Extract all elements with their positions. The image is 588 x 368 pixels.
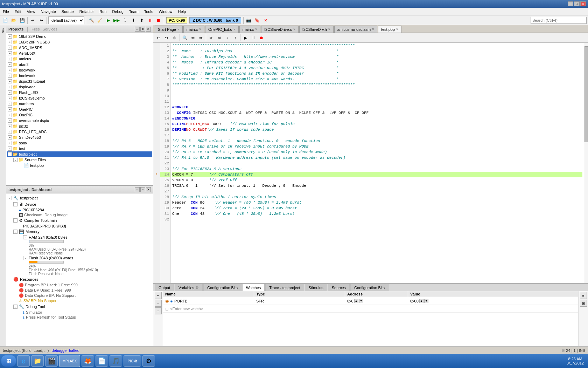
maximize-button[interactable]: □: [574, 1, 580, 6]
editor-tab-close[interactable]: ×: [199, 27, 201, 31]
expand-icon[interactable]: +: [8, 34, 12, 39]
code-line[interactable]: '// Setup IR bit widths / carrier cycle …: [172, 194, 582, 200]
flash-expand[interactable]: -: [23, 256, 27, 260]
code-line[interactable]: #CONFIG: [172, 104, 582, 110]
editor-tb-1[interactable]: ↩: [155, 34, 162, 42]
project-item[interactable]: +📁dspic-adc: [7, 84, 152, 90]
clean-button[interactable]: 🧹: [96, 16, 104, 24]
editor-tb-9[interactable]: ↓: [223, 34, 231, 42]
projects-minimize[interactable]: ─: [135, 27, 140, 32]
project-item[interactable]: +📁numbers: [7, 101, 152, 107]
files-tab[interactable]: Files: [31, 27, 40, 31]
code-line[interactable]: '* modified : Same PIC functions as IR e…: [172, 71, 582, 76]
dashboard-minimize[interactable]: ─: [135, 187, 140, 192]
code-line[interactable]: '***************************************…: [172, 43, 582, 48]
project-item[interactable]: +📁pic32: [7, 123, 152, 129]
project-item[interactable]: +📁I2CSlaveDemo: [7, 95, 152, 101]
expand-icon[interactable]: +: [8, 102, 12, 106]
code-line[interactable]: [172, 217, 582, 222]
code-line[interactable]: '***************************************…: [172, 82, 582, 88]
watches-right-btn2[interactable]: ⊞: [580, 300, 587, 307]
code-line[interactable]: [172, 161, 582, 166]
step-into-button[interactable]: ⬇: [130, 16, 137, 24]
code-line[interactable]: Zero CON 24 '// Zero = (24 * 25uS) = 0.6…: [172, 205, 582, 211]
variables-settings-icon[interactable]: ⚙: [196, 286, 199, 289]
code-line[interactable]: '* : For PIC16F62x & A version using 4MH…: [172, 65, 582, 71]
menu-file[interactable]: File: [0, 8, 12, 15]
editor-tab[interactable]: amicus-no-osc.asm×: [334, 26, 377, 33]
editor-tab[interactable]: test.pbp×: [378, 26, 401, 33]
taskbar-item-media2[interactable]: 🎵: [110, 355, 122, 367]
dashboard-close[interactable]: ✕: [146, 187, 151, 192]
code-line[interactable]: __CONFIG _INTOSC_OSC_NOCLKOUT & _WDT_OFF…: [172, 110, 582, 116]
taskbar-item-pickit[interactable]: PICkit: [124, 355, 141, 367]
editor-tab[interactable]: Start Page×: [155, 26, 183, 33]
expand-icon[interactable]: +: [8, 57, 12, 61]
project-item[interactable]: +📁atan2: [7, 62, 152, 67]
bottom-tab[interactable]: Sources: [328, 284, 350, 291]
expand-icon[interactable]: +: [8, 68, 12, 72]
code-line[interactable]: One CON 48 '// One = (48 * 25uS) = 1.2mS…: [172, 211, 582, 217]
bottom-tab[interactable]: Configuration Bits: [203, 284, 241, 291]
menu-tools[interactable]: Tools: [141, 8, 156, 15]
editor-tab-close[interactable]: ×: [372, 27, 374, 31]
project-item[interactable]: +📁OnePIC: [7, 107, 152, 112]
taskbar-item-ie[interactable]: e: [17, 355, 30, 367]
open-button[interactable]: 📂: [10, 16, 18, 24]
code-line[interactable]: DEFINE NO_CLRWDT '// Saves 17 words code…: [172, 127, 582, 132]
editor-tab[interactable]: I2CSlaveDrv.h×: [299, 26, 334, 33]
expand-icon[interactable]: +: [8, 51, 12, 55]
expand-icon[interactable]: +: [8, 96, 12, 100]
editor-tb-2[interactable]: ↪: [163, 34, 170, 42]
projects-close[interactable]: ✕: [146, 27, 151, 32]
project-item[interactable]: -📂testproject: [7, 151, 152, 157]
expand-icon[interactable]: +: [8, 90, 12, 95]
menu-debug[interactable]: Debug: [109, 8, 126, 15]
code-line[interactable]: '// RA.0 = LM Latched = 1, Momentary = 0…: [172, 149, 582, 155]
editor-tab-close[interactable]: ×: [255, 27, 257, 31]
expand-icon[interactable]: -: [13, 158, 18, 162]
project-item[interactable]: +📁bookwork: [7, 67, 152, 73]
menu-team[interactable]: Team: [126, 8, 141, 15]
project-item[interactable]: +📁Flash_LED: [7, 90, 152, 95]
code-line[interactable]: '* Notes : Infrared decoder & encoder IC…: [172, 60, 582, 65]
code-line[interactable]: [172, 93, 582, 99]
expand-icon[interactable]: +: [8, 124, 12, 128]
watches-up-btn[interactable]: ↑: [155, 307, 162, 314]
code-line[interactable]: [172, 132, 582, 138]
debug-expand[interactable]: -: [13, 305, 18, 309]
undo-button[interactable]: ↩: [29, 16, 37, 24]
search-input[interactable]: [531, 17, 587, 24]
compiler-expand[interactable]: -: [13, 218, 18, 223]
redo-button[interactable]: ↪: [37, 16, 45, 24]
watches-cell-new[interactable]: ◻ <Enter new watch>: [163, 306, 254, 312]
bottom-tab[interactable]: Variables⚙: [175, 284, 203, 291]
bottom-tab[interactable]: Output: [155, 284, 174, 291]
expand-icon[interactable]: +: [8, 74, 12, 78]
code-line[interactable]: CMCON = 7 '// Comparators Off: [172, 172, 582, 177]
val-spinner-down[interactable]: ▼: [424, 299, 428, 303]
new-button[interactable]: 📄: [1, 16, 9, 24]
code-line[interactable]: #ENDCONFIG: [172, 116, 582, 121]
editor-tb-6[interactable]: ➡: [197, 34, 205, 42]
project-item[interactable]: -📁Source Files: [7, 157, 152, 163]
expand-icon[interactable]: +: [8, 85, 12, 89]
stop-button[interactable]: ⏹: [155, 16, 162, 24]
editor-tab-close[interactable]: ×: [293, 27, 295, 31]
val-spinner-up[interactable]: ▲: [419, 299, 424, 303]
editor-tb-12[interactable]: ⏸: [250, 34, 257, 42]
memory-expand[interactable]: -: [13, 230, 18, 234]
menu-navigate[interactable]: Navigate: [38, 8, 58, 15]
expand-icon[interactable]: +: [8, 107, 12, 111]
project-item[interactable]: 📄test.pbp: [7, 163, 152, 168]
editor-tab[interactable]: main.c×: [239, 26, 260, 33]
expand-icon[interactable]: +: [8, 141, 12, 145]
editor-tb-rec[interactable]: ⏺: [258, 34, 265, 42]
expand-icon[interactable]: +: [8, 118, 12, 123]
project-item[interactable]: +📁RTC_LED_ADC: [7, 129, 152, 135]
expand-icon[interactable]: +: [8, 130, 12, 134]
menu-window[interactable]: Window: [156, 8, 175, 15]
taskbar-item-mplab[interactable]: MPLABX: [59, 355, 80, 367]
project-item[interactable]: +📁ADC_1MSPS: [7, 45, 152, 50]
bottom-tab[interactable]: Stimulus: [305, 284, 327, 291]
